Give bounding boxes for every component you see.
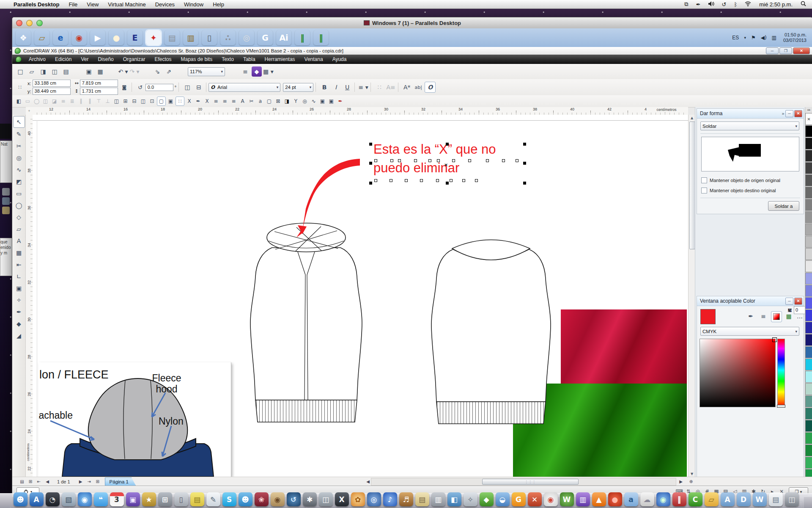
scroll-up-arrow[interactable]: ▲ [689, 115, 695, 121]
palette-swatch[interactable] [805, 444, 812, 456]
dvd-player-icon[interactable]: ◎ [367, 492, 381, 506]
sep[interactable] [107, 66, 117, 77]
mac-app-name[interactable]: Parallels Desktop [14, 1, 59, 8]
text-alignment-icon[interactable]: ≡ ▾ [358, 82, 368, 92]
menu-item[interactable]: Organizar [118, 56, 150, 62]
export-icon[interactable]: ⇗ [164, 66, 174, 77]
flip-v-icon[interactable]: ‖ [86, 97, 94, 105]
polygon-tool[interactable]: ◇ [14, 212, 25, 223]
backpack-icon[interactable]: ◒ [496, 492, 510, 506]
photo-app-icon[interactable]: ● [109, 30, 124, 45]
align-r-icon[interactable]: ◪ [50, 97, 58, 105]
position-grid-icon[interactable]: ∷ [15, 82, 25, 92]
palette-swatch[interactable] [805, 248, 812, 260]
selection-handle[interactable] [523, 143, 526, 146]
mirror-horizontal-icon[interactable]: ◫ [182, 82, 192, 92]
shaping-docker-titlebar[interactable]: Dar forma » ─ ✕ [697, 109, 804, 119]
photo-booth-icon[interactable]: ▣ [126, 492, 140, 506]
menu-item[interactable]: Ver [76, 56, 93, 62]
add-page-icon[interactable]: ⊞ [94, 478, 102, 485]
redo-icon[interactable]: ↷ ▾ [129, 66, 140, 77]
next-page-icon[interactable]: ▶ [77, 478, 85, 485]
calculator-icon[interactable]: ⊞ [158, 492, 172, 506]
menu-item[interactable]: Diseño [93, 56, 118, 62]
docker-close-button[interactable]: ✕ [794, 110, 802, 117]
applications-folder-icon[interactable]: A [721, 492, 735, 506]
time-machine-menu-icon[interactable]: ↺ [722, 1, 727, 8]
language-indicator[interactable]: ES [732, 35, 739, 41]
node-pen-icon[interactable]: ✒ [194, 97, 202, 105]
sep[interactable] [229, 66, 239, 77]
palette-swatch[interactable] [805, 297, 812, 309]
palette-swatch[interactable] [805, 309, 812, 321]
y-position-field[interactable]: 38.449 cm [33, 88, 71, 95]
spotlight-icon[interactable] [801, 1, 806, 8]
mac-menu-virtual-machine[interactable]: Virtual Machine [108, 1, 145, 8]
chip-a-icon[interactable]: ▣ [318, 97, 326, 105]
notes-icon[interactable]: ▤ [415, 492, 429, 506]
x-position-field[interactable]: 33.188 cm [33, 80, 71, 87]
palette-scroll-up[interactable]: ▴▴ [807, 108, 810, 111]
scroll-down-arrow[interactable]: ▼ [689, 471, 695, 477]
filter-icon[interactable]: Y [292, 97, 300, 105]
annotation-text[interactable]: Esta es la “X” que no puedo eliminar [373, 140, 534, 177]
menu-item[interactable]: Mapas de bits [176, 56, 217, 62]
mac-clock[interactable]: mié 2:50 p.m. [759, 1, 793, 8]
selection-handle[interactable] [523, 162, 526, 165]
edit-fill-icon[interactable]: ◧ [15, 97, 23, 105]
save-as-icon[interactable]: ◫ [49, 66, 60, 77]
color-eyedropper-icon[interactable]: ✒ [746, 311, 756, 321]
stickies-icon[interactable]: ▤ [190, 492, 204, 506]
palette-swatch[interactable] [805, 199, 812, 211]
previous-page-icon[interactable]: ◀ [44, 478, 51, 485]
palette-swatch[interactable] [805, 162, 812, 174]
wmv-player-icon[interactable]: W [560, 492, 574, 506]
interactive-fill-tool[interactable]: ◢ [14, 330, 25, 341]
vertical-scroll-thumb[interactable] [689, 121, 695, 249]
align-text-r-icon[interactable]: ≡ [230, 97, 238, 105]
character-formatting-icon[interactable]: A* [402, 82, 412, 92]
zoom-tool[interactable]: ◎ [14, 152, 25, 163]
delete2-icon[interactable]: X [203, 97, 211, 105]
print-tool-icon[interactable]: ▥ [183, 30, 198, 45]
effects-tool[interactable]: ▣ [14, 283, 25, 294]
weld-to-button[interactable]: Soldar a [768, 201, 799, 211]
trash-icon[interactable]: ◫ [785, 492, 799, 506]
docker-minimize-button[interactable]: ─ [785, 110, 793, 117]
documents-folder-icon[interactable]: D [737, 492, 751, 506]
palette-swatch[interactable] [805, 150, 812, 162]
hue-strip[interactable] [777, 339, 785, 407]
minimize-button[interactable]: ─ [766, 47, 779, 54]
save-icon[interactable]: ◨ [38, 66, 48, 77]
table-tool[interactable]: ▦ [14, 247, 25, 258]
align-text-c-icon[interactable]: ≡ [221, 97, 229, 105]
first-page-icon[interactable]: ⇤ [35, 478, 43, 485]
keep-source-checkbox[interactable] [701, 177, 707, 183]
dist-h-icon[interactable]: ≡ [59, 97, 67, 105]
delete1-icon[interactable]: X [185, 97, 193, 105]
selection-handle[interactable] [369, 143, 372, 146]
tray-flag-icon[interactable]: ⚑ [751, 35, 756, 41]
palette-swatch[interactable] [805, 420, 812, 432]
frame4-icon[interactable]: ◫ [139, 97, 147, 105]
green-cube-icon[interactable]: ◆ [480, 492, 494, 506]
drawing-canvas[interactable]: Esta es la “X” que no puedo eliminar × [33, 115, 688, 477]
notepad-icon[interactable]: ▤ [165, 30, 180, 45]
mac-menu-window[interactable]: Window [184, 1, 203, 8]
calendar-icon[interactable]: 3 [110, 492, 124, 506]
messages-icon[interactable]: ❝ [94, 492, 108, 506]
edit-text-icon[interactable]: ab| [413, 82, 423, 92]
page-chip-icon[interactable]: ▢ [157, 97, 166, 106]
options-icon[interactable]: ≡ [240, 66, 250, 77]
grid-chip-icon[interactable]: ∷ [176, 97, 184, 106]
parallels-vm-icon[interactable]: ‖ [672, 492, 686, 506]
vlc-icon[interactable]: ▲ [592, 492, 606, 506]
camera-icon[interactable]: ◎ [239, 30, 254, 45]
outline-text-icon[interactable]: O [425, 82, 436, 93]
google-earth-icon[interactable]: ◉ [656, 492, 670, 506]
palette-swatch[interactable] [805, 125, 812, 137]
keep-target-checkbox[interactable] [701, 188, 707, 193]
menu-item[interactable]: Ventana [300, 56, 328, 62]
pet-icon[interactable]: ◉ [271, 492, 285, 506]
palette-swatch[interactable] [805, 371, 812, 383]
